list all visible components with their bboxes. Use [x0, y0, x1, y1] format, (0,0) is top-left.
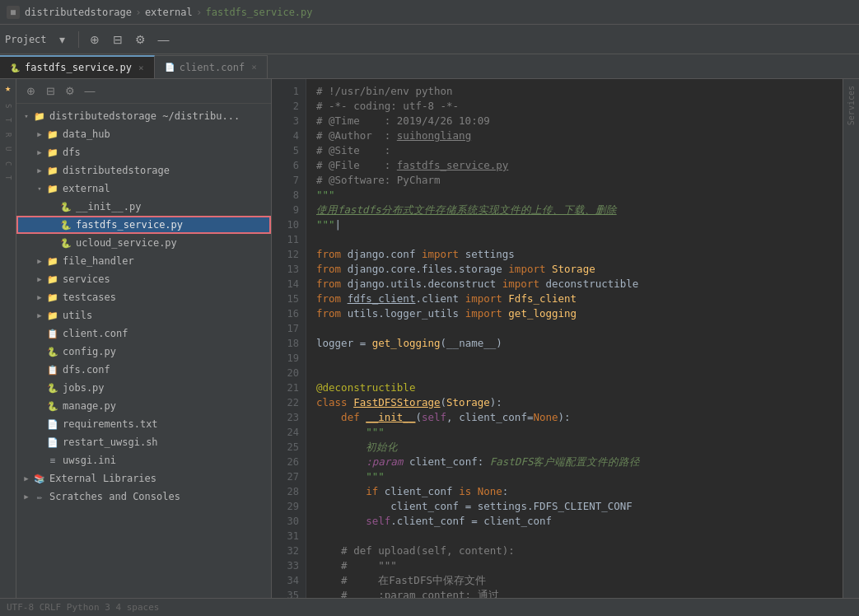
- tree-label-jobs: jobs.py: [63, 382, 266, 394]
- tree-label-ds: distributedstorage: [63, 165, 266, 176]
- sidebar-globe-btn[interactable]: ⊕: [21, 82, 40, 100]
- tree-item-services[interactable]: ▶ 📁 services: [16, 270, 271, 288]
- tree-item-external[interactable]: ▾ 📁 external: [16, 180, 271, 198]
- tree-item-jobs[interactable]: 🐍 jobs.py: [16, 379, 271, 397]
- file-tree: ▾ 📁 distributedstorage ~/distribu... ▶ 📁…: [16, 104, 271, 598]
- arrow-services: ▶: [33, 275, 46, 283]
- minus-btn[interactable]: —: [153, 29, 175, 50]
- arrow-ext-lib: ▶: [20, 474, 33, 483]
- toolbar-separator: [78, 31, 79, 48]
- tree-item-config[interactable]: 🐍 config.py: [16, 343, 271, 361]
- tree-label-dfs-conf: dfs.conf: [63, 364, 266, 376]
- tree-item-requirements[interactable]: 📄 requirements.txt: [16, 415, 271, 433]
- title-bar: ■ distributedstorage › external › fastdf…: [0, 0, 859, 25]
- tree-item-ext-lib[interactable]: ▶ 📚 External Libraries: [16, 469, 271, 488]
- tab-icon-client: 📄: [165, 63, 175, 72]
- sidebar: ⊕ ⊟ ⚙ — ▾ 📁 distributedstorage ~/distrib…: [16, 79, 272, 598]
- py-icon-manage: 🐍: [46, 400, 59, 412]
- tree-label-requirements: requirements.txt: [63, 418, 266, 430]
- tree-item-client-conf[interactable]: 📋 client.conf: [16, 324, 271, 343]
- code-area[interactable]: 1234567891011121314151617181920212223242…: [272, 79, 843, 598]
- tree-item-root[interactable]: ▾ 📁 distributedstorage ~/distribu...: [16, 107, 271, 125]
- tree-item-fastdfs[interactable]: 🐍 fastdfs_service.py: [16, 216, 271, 234]
- tree-item-file-handler[interactable]: ▶ 📁 file_handler: [16, 252, 271, 270]
- tree-label-utils: utils: [63, 310, 266, 321]
- left-gutter: ★ S T R U C T: [0, 79, 16, 598]
- folder-icon-services: 📁: [46, 273, 59, 285]
- tab-close-client[interactable]: ×: [251, 62, 257, 72]
- gutter-num4: U: [4, 147, 12, 151]
- arrow-testcases: ▶: [33, 293, 46, 301]
- main-toolbar: Project ▾ ⊕ ⊟ ⚙ —: [0, 25, 859, 54]
- tree-item-distributedstorage[interactable]: ▶ 📁 distributedstorage: [16, 161, 271, 180]
- tree-label-external: external: [63, 183, 266, 194]
- arrow-file-handler: ▶: [33, 257, 46, 265]
- tab-label-fastdfs: fastdfs_service.py: [25, 62, 132, 73]
- sidebar-toolbar: ⊕ ⊟ ⚙ —: [16, 79, 271, 104]
- arrow-external: ▾: [33, 184, 46, 193]
- tree-item-utils[interactable]: ▶ 📁 utils: [16, 306, 271, 324]
- tree-label-services: services: [63, 273, 266, 285]
- tree-label-ucloud: ucloud_service.py: [76, 237, 266, 249]
- tab-bar: 🐍 fastdfs_service.py × 📄 client.conf ×: [0, 54, 859, 79]
- tree-item-testcases[interactable]: ▶ 📁 testcases: [16, 288, 271, 306]
- sidebar-gear-btn[interactable]: ⚙: [61, 82, 79, 100]
- sidebar-collapse-btn[interactable]: —: [81, 82, 99, 100]
- app-icon: ■: [7, 6, 20, 19]
- services-label[interactable]: Services: [847, 82, 856, 128]
- py-icon-fastdfs: 🐍: [59, 219, 72, 231]
- sh-icon-restart: 📄: [46, 436, 59, 448]
- split-btn[interactable]: ⊟: [107, 29, 128, 50]
- folder-icon-dfs: 📁: [46, 147, 59, 158]
- tree-label-file-handler: file_handler: [63, 255, 266, 267]
- tab-fastdfs-service[interactable]: 🐍 fastdfs_service.py ×: [0, 55, 155, 78]
- tree-label-config: config.py: [63, 346, 266, 357]
- project-label: Project: [5, 34, 47, 45]
- file-name: fastdfs_service.py: [206, 7, 313, 18]
- scratches-icon: ✏: [33, 491, 46, 502]
- gear-btn[interactable]: ⚙: [130, 29, 152, 50]
- ext-lib-icon: 📚: [33, 473, 46, 484]
- gutter-num2: T: [4, 118, 12, 122]
- tab-close-fastdfs[interactable]: ×: [138, 63, 144, 73]
- bottom-info: UTF-8 CRLF Python 3 4 spaces: [7, 602, 159, 613]
- tree-item-dfs[interactable]: ▶ 📁 dfs: [16, 143, 271, 161]
- sidebar-split-btn[interactable]: ⊟: [41, 82, 59, 100]
- gutter-num5: C: [4, 161, 12, 166]
- tree-item-init[interactable]: 🐍 __init__.py: [16, 198, 271, 216]
- tree-item-manage[interactable]: 🐍 manage.py: [16, 397, 271, 415]
- gutter-num6: T: [4, 175, 12, 180]
- code-content[interactable]: # !/usr/bin/env python# -*- coding: utf-…: [306, 79, 843, 598]
- tree-label-restart: restart_uwsgi.sh: [63, 436, 266, 448]
- tree-item-uwsgi[interactable]: ≡ uwsgi.ini: [16, 451, 271, 469]
- arrow-root: ▾: [20, 112, 33, 120]
- tree-label-fastdfs: fastdfs_service.py: [76, 219, 266, 231]
- line-numbers: 1234567891011121314151617181920212223242…: [272, 79, 306, 598]
- folder-icon-external: 📁: [46, 183, 59, 194]
- arrow-utils: ▶: [33, 311, 46, 320]
- gutter-num1: S: [4, 104, 12, 108]
- main-content: ★ S T R U C T ⊕ ⊟ ⚙ — ▾ 📁 distributedsto…: [0, 79, 859, 598]
- ini-icon-uwsgi: ≡: [46, 455, 59, 466]
- globe-btn[interactable]: ⊕: [84, 29, 105, 50]
- tree-label-uwsgi: uwsgi.ini: [63, 455, 266, 466]
- arrow-data-hub: ▶: [33, 130, 46, 138]
- py-icon-init: 🐍: [59, 201, 72, 212]
- bottom-bar: UTF-8 CRLF Python 3 4 spaces: [0, 598, 859, 616]
- folder-icon-testcases: 📁: [46, 292, 59, 303]
- py-icon-jobs: 🐍: [46, 382, 59, 394]
- dropdown-btn[interactable]: ▾: [52, 29, 73, 50]
- tree-label-dfs: dfs: [63, 147, 266, 158]
- sep2: ›: [196, 6, 203, 18]
- tree-item-data-hub[interactable]: ▶ 📁 data_hub: [16, 125, 271, 143]
- tree-item-scratches[interactable]: ▶ ✏ Scratches and Consoles: [16, 488, 271, 506]
- folder-icon-ds: 📁: [46, 165, 59, 176]
- arrow-scratches: ▶: [20, 492, 33, 501]
- tree-label-root: distributedstorage ~/distribu...: [49, 110, 266, 122]
- tree-item-ucloud[interactable]: 🐍 ucloud_service.py: [16, 234, 271, 252]
- tree-item-restart[interactable]: 📄 restart_uwsgi.sh: [16, 433, 271, 451]
- tree-item-dfs-conf[interactable]: 📋 dfs.conf: [16, 361, 271, 379]
- tree-label-data-hub: data_hub: [63, 128, 266, 140]
- tab-client-conf[interactable]: 📄 client.conf ×: [155, 55, 268, 78]
- py-icon-ucloud: 🐍: [59, 237, 72, 249]
